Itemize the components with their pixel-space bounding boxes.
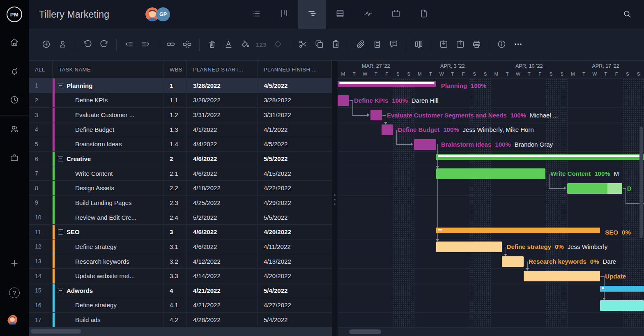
- wbs-cell[interactable]: 1.3: [163, 122, 187, 137]
- delete-button[interactable]: [204, 37, 220, 53]
- planned-finish-cell[interactable]: 4/11/2022: [258, 239, 332, 254]
- planned-start-cell[interactable]: 4/1/2022: [187, 122, 258, 137]
- task-name-cell[interactable]: Design Assets: [53, 181, 163, 195]
- planned-start-cell[interactable]: 4/12/2022: [187, 254, 258, 269]
- view-tab-list-view[interactable]: [242, 0, 270, 29]
- planned-start-cell[interactable]: 4/14/2022: [187, 269, 258, 283]
- add-person-button[interactable]: [54, 37, 71, 53]
- app-logo[interactable]: PM: [0, 0, 29, 29]
- planned-start-cell[interactable]: 3/28/2022: [187, 93, 258, 108]
- planned-finish-cell[interactable]: 4/1/2022: [258, 122, 332, 137]
- link-tasks-button[interactable]: [162, 37, 179, 53]
- planned-finish-cell[interactable]: 4/13/2022: [258, 254, 332, 269]
- text-color-button[interactable]: [220, 37, 237, 53]
- sidebar-item-profile[interactable]: [0, 307, 29, 336]
- fill-color-button[interactable]: [237, 37, 253, 53]
- gantt-hscrollbar-track[interactable]: [338, 327, 644, 336]
- row-number-cell[interactable]: 9: [29, 196, 53, 210]
- copy-button[interactable]: [311, 37, 327, 53]
- planned-start-cell[interactable]: 4/4/2022: [187, 137, 258, 152]
- wbs-cell[interactable]: 1: [163, 78, 187, 93]
- gantt-task-bar[interactable]: [436, 242, 502, 252]
- gantt-summary-bar[interactable]: [338, 81, 436, 87]
- sidebar-item-team[interactable]: [0, 115, 29, 144]
- row-number-cell[interactable]: 14: [29, 269, 53, 283]
- task-name-cell[interactable]: Research keywords: [53, 254, 163, 269]
- view-tab-activity-view[interactable]: [354, 0, 382, 29]
- columns-button[interactable]: [410, 37, 427, 53]
- planned-finish-cell[interactable]: 4/20/2022: [258, 225, 332, 239]
- task-name-cell[interactable]: Adwords: [53, 283, 163, 298]
- task-name-cell[interactable]: Define Budget: [53, 122, 163, 137]
- gantt-task-bar[interactable]: [567, 183, 622, 194]
- member-avatar-initials[interactable]: GP: [156, 7, 170, 21]
- wbs-cell[interactable]: 1.4: [163, 137, 187, 152]
- gantt-hscrollbar-thumb[interactable]: [349, 329, 381, 334]
- attach-file-button[interactable]: [352, 37, 369, 53]
- gantt-task-bar[interactable]: [524, 271, 600, 281]
- task-name-cell[interactable]: Define KPIs: [53, 93, 163, 108]
- planned-start-cell[interactable]: 3/28/2022: [187, 78, 258, 93]
- table-hscrollbar-thumb[interactable]: [31, 329, 81, 334]
- export-button[interactable]: [452, 37, 468, 53]
- view-tab-board-view[interactable]: [270, 0, 298, 29]
- milestone-button[interactable]: [269, 37, 286, 53]
- print-button[interactable]: [468, 37, 485, 53]
- collapse-group-button[interactable]: [58, 156, 63, 161]
- planned-finish-cell[interactable]: 4/22/2022: [258, 181, 332, 195]
- wbs-cell[interactable]: 2.1: [163, 166, 187, 181]
- planned-finish-cell[interactable]: 3/28/2022: [258, 93, 332, 108]
- column-header-planned-start[interactable]: PLANNED START...: [187, 61, 258, 78]
- gantt-task-bar[interactable]: [370, 110, 382, 120]
- task-name-cell[interactable]: Write Content: [53, 166, 163, 181]
- view-tab-calendar-view[interactable]: [382, 0, 410, 29]
- view-tab-gantt-view[interactable]: [298, 0, 326, 29]
- cut-button[interactable]: [294, 37, 311, 53]
- sidebar-item-time[interactable]: [0, 86, 29, 115]
- row-number-cell[interactable]: 16: [29, 298, 53, 313]
- planned-finish-cell[interactable]: 4/5/2022: [258, 137, 332, 152]
- planned-finish-cell[interactable]: 4/5/2022: [258, 78, 332, 93]
- task-name-cell[interactable]: Evaluate Customer ...: [53, 108, 163, 122]
- indent-button[interactable]: [137, 37, 154, 53]
- outdent-button[interactable]: [121, 37, 137, 53]
- planned-start-cell[interactable]: 4/6/2022: [187, 225, 258, 239]
- info-button[interactable]: [493, 37, 510, 53]
- gantt-summary-bar[interactable]: [600, 286, 644, 292]
- task-name-cell[interactable]: Update website met...: [53, 269, 163, 283]
- task-name-cell[interactable]: Review and Edit Cre...: [53, 210, 163, 225]
- sidebar-item-portfolio[interactable]: [0, 144, 29, 173]
- row-number-cell[interactable]: 4: [29, 122, 53, 137]
- gantt-task-bar[interactable]: [414, 139, 436, 150]
- row-number-cell[interactable]: 7: [29, 166, 53, 181]
- gantt-summary-bar[interactable]: [436, 228, 600, 233]
- row-number-cell[interactable]: 6: [29, 152, 53, 166]
- panel-resize-handle[interactable]: [332, 61, 338, 336]
- wbs-cell[interactable]: 3: [163, 225, 187, 239]
- wbs-cell[interactable]: 1.1: [163, 93, 187, 108]
- wbs-cell[interactable]: 1.2: [163, 108, 187, 122]
- view-tab-sheet-view[interactable]: [326, 0, 354, 29]
- column-header-planned-finish[interactable]: PLANNED FINISH ...: [258, 61, 332, 78]
- task-name-cell[interactable]: Planning: [53, 78, 163, 93]
- column-header-wbs[interactable]: WBS: [163, 61, 187, 78]
- row-number-cell[interactable]: 3: [29, 108, 53, 122]
- planned-start-cell[interactable]: 4/28/2022: [187, 313, 258, 327]
- planned-start-cell[interactable]: 4/21/2022: [187, 298, 258, 313]
- table-hscrollbar-track[interactable]: [29, 327, 332, 336]
- redo-button[interactable]: [96, 37, 112, 53]
- undo-button[interactable]: [79, 37, 96, 53]
- planned-finish-cell[interactable]: 5/4/2022: [258, 283, 332, 298]
- wbs-cell[interactable]: 4.2: [163, 313, 187, 327]
- planned-finish-cell[interactable]: 4/29/2022: [258, 196, 332, 210]
- wbs-cell[interactable]: 3.1: [163, 239, 187, 254]
- comment-button[interactable]: [385, 37, 402, 53]
- paste-button[interactable]: [327, 37, 344, 53]
- planned-finish-cell[interactable]: 5/5/2022: [258, 152, 332, 166]
- planned-finish-cell[interactable]: 4/20/2022: [258, 269, 332, 283]
- planned-start-cell[interactable]: 4/25/2022: [187, 196, 258, 210]
- gantt-task-bar[interactable]: [382, 124, 393, 135]
- row-number-cell[interactable]: 10: [29, 210, 53, 225]
- collapse-group-button[interactable]: [58, 229, 63, 235]
- row-number-cell[interactable]: 2: [29, 93, 53, 108]
